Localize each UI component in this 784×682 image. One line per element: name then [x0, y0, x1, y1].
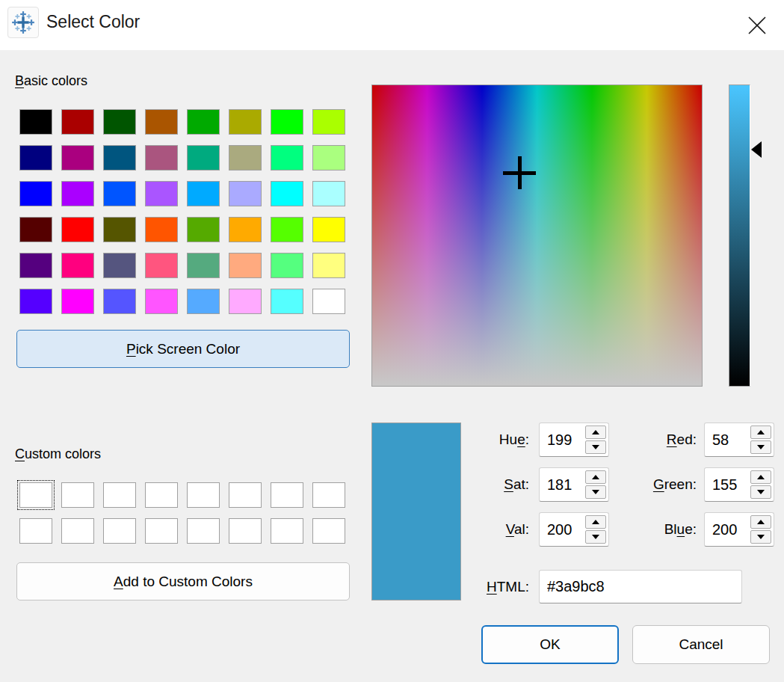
custom-color-swatch[interactable]: [103, 518, 136, 544]
custom-color-swatch[interactable]: [271, 482, 303, 508]
custom-color-swatch[interactable]: [145, 518, 178, 544]
ok-button[interactable]: OK: [481, 625, 619, 664]
basic-color-swatch[interactable]: [187, 145, 220, 170]
basic-color-swatch[interactable]: [145, 181, 178, 206]
add-to-custom-colors-button[interactable]: Add to Custom Colors: [16, 562, 350, 600]
val-row: Val: 200: [419, 512, 609, 547]
basic-color-swatch[interactable]: [187, 181, 220, 206]
pick-screen-color-button[interactable]: Pick Screen Color: [16, 330, 350, 368]
basic-color-swatch[interactable]: [229, 109, 262, 135]
html-row: HTML:: [419, 570, 742, 603]
basic-color-swatch[interactable]: [19, 289, 52, 314]
basic-color-swatch[interactable]: [229, 181, 262, 206]
basic-color-swatch[interactable]: [145, 109, 178, 135]
basic-color-swatch[interactable]: [61, 289, 94, 314]
basic-color-swatch[interactable]: [312, 217, 345, 242]
green-label: Green:: [590, 476, 697, 493]
basic-color-swatch[interactable]: [103, 289, 136, 314]
basic-color-swatch[interactable]: [145, 217, 178, 242]
green-value: 155: [712, 468, 737, 501]
custom-color-swatch[interactable]: [229, 518, 262, 544]
green-spin-up-button[interactable]: [750, 470, 771, 484]
basic-color-swatch[interactable]: [187, 109, 220, 135]
custom-color-swatch[interactable]: [103, 482, 136, 508]
basic-color-swatch[interactable]: [271, 289, 303, 314]
custom-color-swatch[interactable]: [61, 518, 94, 544]
basic-color-swatch[interactable]: [229, 217, 262, 242]
custom-color-swatch[interactable]: [271, 518, 303, 544]
red-label: Red:: [590, 431, 697, 448]
basic-color-swatch[interactable]: [145, 253, 178, 278]
basic-color-swatch[interactable]: [19, 109, 52, 135]
close-icon[interactable]: [743, 11, 771, 40]
value-slider[interactable]: [729, 85, 750, 387]
red-spin-up-button[interactable]: [750, 426, 771, 439]
basic-color-swatch[interactable]: [312, 253, 345, 278]
basic-color-swatch[interactable]: [229, 289, 262, 314]
basic-color-swatch[interactable]: [103, 253, 136, 278]
custom-color-swatch[interactable]: [19, 518, 52, 544]
basic-color-swatch[interactable]: [229, 253, 262, 278]
basic-colors-label: Basic colors: [15, 73, 87, 89]
hue-value: 199: [547, 423, 572, 456]
basic-color-swatch[interactable]: [271, 181, 303, 206]
basic-color-swatch[interactable]: [19, 253, 52, 278]
custom-color-swatch[interactable]: [61, 482, 94, 508]
custom-color-swatch[interactable]: [229, 482, 262, 508]
basic-color-swatch[interactable]: [312, 289, 345, 314]
basic-color-swatch[interactable]: [312, 181, 345, 206]
basic-color-swatch[interactable]: [271, 145, 303, 170]
green-row: Green: 155: [590, 467, 774, 502]
basic-color-swatch[interactable]: [312, 145, 345, 170]
custom-color-swatch[interactable]: [312, 482, 345, 508]
green-spin-down-button[interactable]: [750, 485, 771, 499]
blue-spin-up-button[interactable]: [750, 515, 771, 529]
basic-color-swatch[interactable]: [271, 217, 303, 242]
cancel-button[interactable]: Cancel: [632, 625, 770, 664]
val-label: Val:: [419, 521, 529, 538]
basic-color-swatch[interactable]: [271, 109, 303, 135]
basic-color-swatch[interactable]: [61, 181, 94, 206]
title-bar: Select Color: [0, 0, 784, 50]
custom-color-swatch[interactable]: [187, 482, 220, 508]
custom-color-swatch[interactable]: [145, 482, 178, 508]
red-value: 58: [712, 423, 729, 456]
basic-color-swatch[interactable]: [61, 109, 94, 135]
basic-color-swatch[interactable]: [19, 181, 52, 206]
custom-color-swatch[interactable]: [312, 518, 345, 544]
basic-color-swatch[interactable]: [103, 145, 136, 170]
custom-colors-label: Custom colors: [15, 446, 101, 462]
green-spinbox[interactable]: 155: [704, 467, 774, 502]
basic-color-swatch[interactable]: [271, 253, 303, 278]
basic-color-swatch[interactable]: [187, 253, 220, 278]
custom-color-swatch[interactable]: [19, 482, 52, 508]
basic-color-swatch[interactable]: [187, 289, 220, 314]
basic-color-swatch[interactable]: [229, 145, 262, 170]
basic-color-swatch[interactable]: [61, 145, 94, 170]
custom-color-swatch[interactable]: [187, 518, 220, 544]
sat-row: Sat: 181: [419, 467, 609, 502]
basic-color-swatch[interactable]: [61, 253, 94, 278]
html-input[interactable]: [539, 570, 742, 603]
basic-color-swatch[interactable]: [312, 109, 345, 135]
tableau-logo-icon: [7, 7, 39, 38]
blue-spin-down-button[interactable]: [750, 530, 771, 544]
blue-spinbox[interactable]: 200: [704, 512, 774, 547]
basic-color-swatch[interactable]: [103, 181, 136, 206]
basic-color-swatch[interactable]: [103, 217, 136, 242]
select-color-dialog: { "window": { "title": "Select Color" },…: [0, 0, 784, 682]
red-spin-down-button[interactable]: [750, 440, 771, 454]
basic-color-swatch[interactable]: [187, 217, 220, 242]
basic-color-swatch[interactable]: [145, 289, 178, 314]
arrow-up-icon: [757, 520, 765, 524]
color-crosshair-icon[interactable]: [503, 156, 536, 189]
red-spinbox[interactable]: 58: [704, 423, 774, 457]
basic-color-swatch[interactable]: [103, 109, 136, 135]
basic-color-swatch[interactable]: [145, 145, 178, 170]
basic-color-swatch[interactable]: [19, 145, 52, 170]
arrow-down-icon: [757, 445, 765, 449]
basic-color-swatch[interactable]: [61, 217, 94, 242]
value-slider-arrow-icon[interactable]: [751, 141, 762, 158]
basic-color-swatch[interactable]: [19, 217, 52, 242]
hue-saturation-map[interactable]: [371, 85, 703, 387]
